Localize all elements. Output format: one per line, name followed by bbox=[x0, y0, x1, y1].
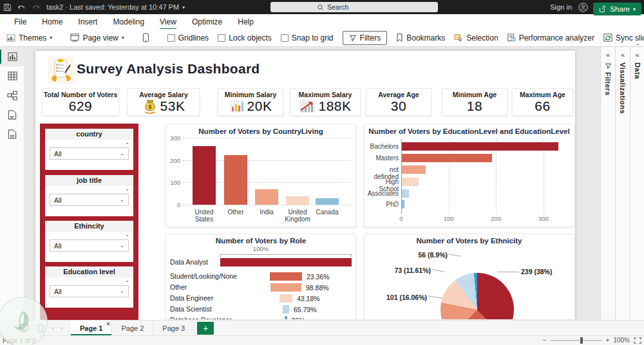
slicer-header-chevron-icon[interactable]: ⌄ bbox=[125, 277, 129, 283]
selection-button[interactable]: Selection bbox=[454, 33, 498, 42]
ribbon-tab-file[interactable]: File bbox=[6, 15, 34, 28]
funnel-bar-Student-Looking-None[interactable] bbox=[270, 272, 302, 281]
undo-icon[interactable] bbox=[14, 0, 28, 14]
page-tab-3[interactable]: Page 3 bbox=[153, 321, 194, 336]
bar-not-definded[interactable] bbox=[402, 165, 426, 174]
visualizations-pane-collapsed[interactable]: « Visualizations bbox=[615, 47, 630, 320]
filter-funnel-icon bbox=[349, 34, 357, 42]
chevron-down-icon: ⌄ bbox=[120, 288, 124, 294]
add-page-button[interactable]: + bbox=[197, 322, 214, 335]
y-axis-tick: 0 bbox=[167, 201, 180, 209]
ribbon-tab-optimize[interactable]: Optimize bbox=[184, 15, 230, 28]
funnel-bar-Data-Analyst[interactable] bbox=[220, 258, 352, 266]
x-axis-category-label: United Kingdom bbox=[281, 209, 314, 223]
kpi-card-label: Minimum Age bbox=[453, 91, 497, 98]
pie[interactable] bbox=[440, 273, 514, 320]
bar-Bachelors[interactable] bbox=[402, 142, 558, 151]
sign-in-button[interactable]: Sign in bbox=[550, 3, 572, 11]
report-page: Survey Analysis Dashboard Total Number o… bbox=[35, 51, 575, 320]
desktop-layout-icon[interactable] bbox=[15, 321, 32, 336]
kpi-card-value-row: 30 bbox=[391, 98, 406, 114]
ribbon-tab-home[interactable]: Home bbox=[34, 15, 70, 28]
slicer-dropdown[interactable]: All⌄ bbox=[50, 239, 129, 252]
data-pane-collapsed[interactable]: « Data bbox=[630, 47, 644, 320]
redo-icon[interactable] bbox=[28, 0, 43, 14]
bar-Other[interactable] bbox=[224, 155, 247, 205]
slicer-header-chevron-icon[interactable]: ⌄ bbox=[125, 232, 129, 238]
zoom-slider-handle[interactable] bbox=[580, 337, 583, 344]
mobile-layout-icon bbox=[142, 33, 149, 42]
bar-Masters[interactable] bbox=[402, 154, 492, 162]
data-pane-label: Data bbox=[634, 62, 641, 79]
model-view-button[interactable] bbox=[0, 86, 24, 105]
x-axis-category-label: India bbox=[251, 209, 283, 216]
filters-toggle-button[interactable]: Filters bbox=[343, 31, 388, 45]
zoom-level: 100% bbox=[613, 337, 630, 344]
funnel-value-label: 23.36% bbox=[307, 273, 330, 281]
tmdl-view-button[interactable] bbox=[0, 124, 24, 144]
ribbon-tab-help[interactable]: Help bbox=[230, 15, 261, 28]
themes-dropdown[interactable]: Themes▾ bbox=[6, 33, 52, 42]
slicer-header-chevron-icon[interactable]: ⌄ bbox=[125, 140, 129, 145]
fit-to-page-icon[interactable] bbox=[634, 337, 641, 344]
mobile-layout-icon[interactable] bbox=[32, 321, 49, 336]
account-avatar[interactable] bbox=[576, 0, 590, 14]
pie-slice-label: 239 (38%) bbox=[521, 268, 552, 275]
filters-pane-collapsed[interactable]: « Filters bbox=[600, 47, 615, 320]
close-tab-icon[interactable]: ✕ bbox=[106, 321, 111, 327]
funnel-bar-Other[interactable] bbox=[270, 283, 301, 292]
expand-chevron-icon[interactable]: « bbox=[635, 51, 639, 59]
y-axis-category-label: PhD bbox=[365, 201, 399, 208]
funnel-bar-Data-Scientist[interactable] bbox=[283, 305, 289, 313]
kpi-card-value-row: $53K bbox=[142, 98, 185, 114]
page-tab-2[interactable]: Page 2 bbox=[112, 321, 153, 336]
ribbon-tab-view[interactable]: View bbox=[152, 15, 184, 28]
bar-PhD[interactable] bbox=[402, 200, 404, 209]
slicer-dropdown[interactable]: All⌄ bbox=[50, 194, 129, 206]
search-icon bbox=[317, 4, 324, 11]
page-view-dropdown[interactable]: Page view▾ bbox=[70, 33, 124, 42]
page-tab-label: Page 2 bbox=[121, 324, 144, 332]
expand-chevron-icon[interactable]: « bbox=[621, 51, 625, 59]
mobile-layout-button[interactable] bbox=[142, 33, 149, 42]
y-axis-category-label: Masters bbox=[365, 154, 399, 162]
prev-page-arrow-icon[interactable]: ‹ bbox=[49, 324, 57, 331]
title-caret-icon[interactable]: ▾ bbox=[182, 5, 185, 10]
document-title[interactable]: task2 · Last saved: Yesterday at 10:47 P… bbox=[46, 3, 179, 11]
ribbon-tab-modeling[interactable]: Modeling bbox=[105, 15, 152, 28]
bar-United-States[interactable] bbox=[193, 146, 216, 205]
dax-query-view-icon bbox=[8, 110, 17, 120]
search-input[interactable]: Search bbox=[270, 2, 438, 12]
bar-High-School[interactable] bbox=[402, 178, 419, 186]
next-page-arrow-icon[interactable]: › bbox=[57, 324, 66, 331]
bar-India[interactable] bbox=[255, 189, 278, 205]
slicer-dropdown[interactable]: All⌄ bbox=[50, 285, 129, 297]
page-tab-1[interactable]: Page 1✕ bbox=[71, 321, 112, 336]
funnel-bar-Data-Engineer[interactable] bbox=[279, 294, 292, 303]
snap-to-grid-checkbox[interactable]: Snap to grid bbox=[281, 33, 334, 42]
performance-analyzer-button[interactable]: Performance analyzer bbox=[507, 33, 594, 42]
bar-Canada[interactable] bbox=[316, 198, 339, 205]
zoom-in-button[interactable]: + bbox=[606, 337, 610, 344]
dax-query-view-button[interactable] bbox=[0, 105, 24, 124]
ribbon-collapse-chevron-icon[interactable]: ⌄ bbox=[635, 40, 640, 46]
zoom-out-button[interactable]: − bbox=[543, 337, 547, 344]
report-view-button[interactable] bbox=[0, 47, 24, 66]
expand-chevron-icon[interactable]: « bbox=[606, 51, 610, 59]
checkbox-icon bbox=[218, 34, 225, 42]
x-axis-tick: 0 bbox=[395, 215, 408, 222]
bar-chart-icon bbox=[229, 99, 245, 113]
ribbon-tab-insert[interactable]: Insert bbox=[70, 15, 105, 28]
lock-objects-checkbox[interactable]: Lock objects bbox=[218, 33, 272, 42]
bar-Associates[interactable] bbox=[402, 189, 409, 198]
slicer-dropdown[interactable]: All⌄ bbox=[50, 147, 129, 160]
zoom-slider[interactable] bbox=[551, 340, 602, 341]
share-button[interactable]: Share▾ bbox=[593, 3, 641, 15]
save-icon[interactable] bbox=[0, 0, 14, 14]
table-view-button[interactable] bbox=[0, 66, 24, 86]
bookmarks-button[interactable]: Bookmarks bbox=[396, 33, 445, 42]
slicer-header-chevron-icon[interactable]: ⌄ bbox=[125, 186, 129, 192]
bar-United-Kingdom[interactable] bbox=[286, 196, 309, 205]
gridlines-checkbox[interactable]: Gridlines bbox=[167, 33, 209, 42]
funnel-category-label: Data Scientist bbox=[170, 305, 212, 313]
